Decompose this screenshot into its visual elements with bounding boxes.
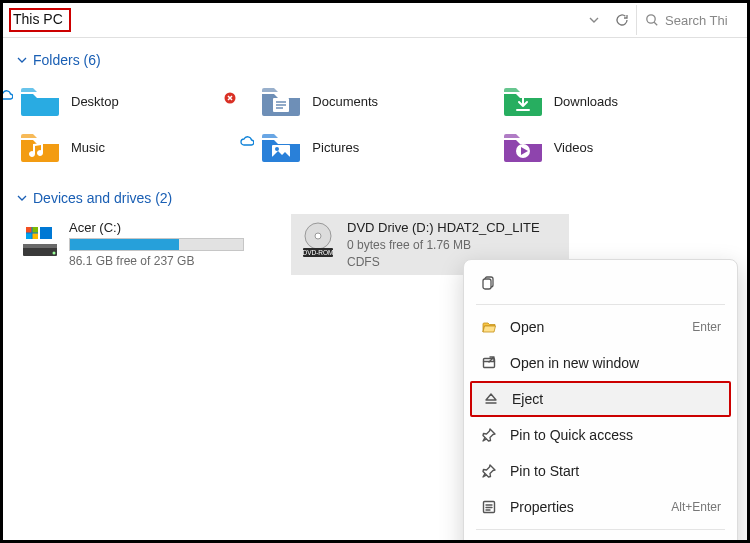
folder-label: Documents: [312, 94, 378, 109]
page-title: This PC: [9, 8, 71, 32]
error-icon: [224, 92, 236, 104]
folder-item-documents[interactable]: Documents: [254, 78, 495, 124]
drive-name: Acer (C:): [69, 220, 244, 235]
folder-item-videos[interactable]: Videos: [496, 124, 737, 170]
menu-item-label: Open in new window: [510, 355, 639, 371]
folder-label: Downloads: [554, 94, 618, 109]
svg-rect-14: [33, 234, 39, 240]
menu-item-label: Pin to Start: [510, 463, 579, 479]
menu-item-pin-start[interactable]: Pin to Start: [470, 453, 731, 489]
svg-point-0: [647, 15, 655, 23]
cloud-icon: [240, 136, 254, 146]
svg-point-16: [315, 233, 321, 239]
drive-icon: [19, 220, 61, 262]
svg-rect-13: [26, 234, 32, 240]
drive-name: DVD Drive (D:) HDAT2_CD_LITE: [347, 220, 540, 235]
copy-icon[interactable]: [480, 274, 498, 292]
folder-icon: [502, 130, 544, 164]
context-menu: OpenEnterOpen in new windowEjectPin to Q…: [463, 259, 738, 543]
svg-text:DVD-ROM: DVD-ROM: [302, 249, 333, 256]
chevron-down-icon[interactable]: [580, 6, 608, 34]
svg-rect-10: [40, 227, 52, 239]
svg-rect-11: [26, 227, 32, 233]
storage-text: 86.1 GB free of 237 GB: [69, 254, 244, 268]
svg-rect-20: [483, 279, 491, 289]
folders-grid: DesktopDocumentsDownloadsMusicPicturesVi…: [3, 72, 747, 176]
folder-icon: [260, 130, 302, 164]
drive-icon: DVD-ROM: [297, 220, 339, 262]
separator: [476, 529, 725, 530]
search-box[interactable]: Search Thi: [636, 5, 741, 35]
pin-icon: [480, 462, 498, 480]
search-placeholder: Search Thi: [665, 13, 728, 28]
svg-rect-21: [484, 359, 495, 368]
menu-item-properties[interactable]: PropertiesAlt+Enter: [470, 489, 731, 525]
eject-icon: [482, 390, 500, 408]
menu-item-open[interactable]: OpenEnter: [470, 309, 731, 345]
menu-item-shortcut: Enter: [692, 320, 721, 334]
svg-rect-7: [23, 244, 57, 248]
svg-rect-12: [33, 227, 39, 233]
breadcrumb[interactable]: This PC: [9, 8, 580, 32]
menu-item-label: Open: [510, 319, 544, 335]
menu-item-eject[interactable]: Eject: [470, 381, 731, 417]
pin-icon: [480, 426, 498, 444]
menu-item-label: Eject: [512, 391, 543, 407]
storage-bar: [69, 238, 244, 251]
address-bar: This PC Search Thi: [3, 3, 747, 38]
folder-label: Pictures: [312, 140, 359, 155]
folders-section-header[interactable]: Folders (6): [3, 38, 747, 72]
folder-item-downloads[interactable]: Downloads: [496, 78, 737, 124]
folder-label: Desktop: [71, 94, 119, 109]
storage-text: 0 bytes free of 1.76 MB: [347, 238, 540, 252]
chevron-down-icon: [17, 55, 27, 65]
cloud-icon: [0, 90, 13, 100]
drives-section-header[interactable]: Devices and drives (2): [3, 176, 747, 210]
folder-label: Videos: [554, 140, 594, 155]
folder-label: Music: [71, 140, 105, 155]
search-icon: [645, 13, 659, 27]
menu-item-label: Pin to Quick access: [510, 427, 633, 443]
svg-point-8: [53, 252, 56, 255]
window-new-icon: [480, 354, 498, 372]
menu-item-more[interactable]: Show more optionsShift+F10: [470, 534, 731, 543]
menu-item-pin-qa[interactable]: Pin to Quick access: [470, 417, 731, 453]
menu-item-label: Properties: [510, 499, 574, 515]
drive-item[interactable]: Acer (C:)86.1 GB free of 237 GB: [13, 214, 291, 275]
folder-icon: [260, 84, 302, 118]
context-menu-quickactions: [470, 266, 731, 300]
svg-point-4: [275, 147, 279, 151]
folder-item-pictures[interactable]: Pictures: [254, 124, 495, 170]
folder-icon: [19, 84, 61, 118]
folder-icon: [502, 84, 544, 118]
refresh-icon[interactable]: [608, 6, 636, 34]
menu-item-open-window[interactable]: Open in new window: [470, 345, 731, 381]
menu-item-shortcut: Alt+Enter: [671, 500, 721, 514]
folder-open-icon: [480, 318, 498, 336]
properties-icon: [480, 498, 498, 516]
folder-item-desktop[interactable]: Desktop: [13, 78, 254, 124]
chevron-down-icon: [17, 193, 27, 203]
folder-icon: [19, 130, 61, 164]
separator: [476, 304, 725, 305]
folder-item-music[interactable]: Music: [13, 124, 254, 170]
